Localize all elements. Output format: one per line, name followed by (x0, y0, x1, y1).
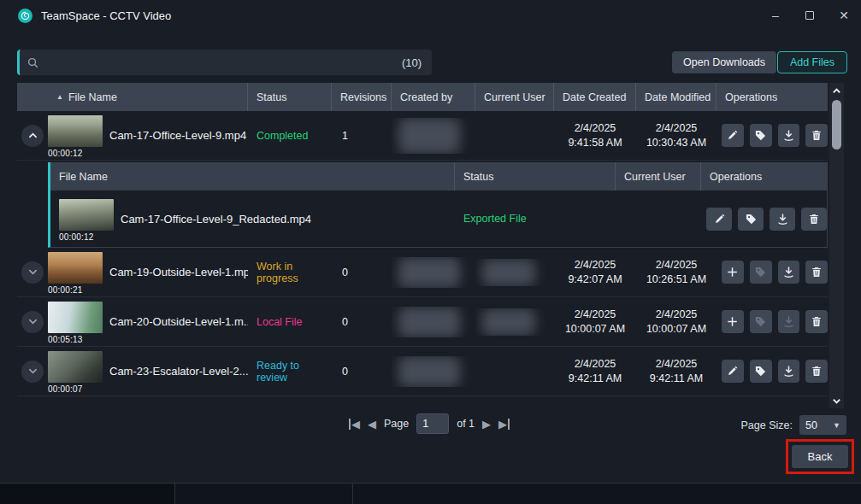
date-created: 2/4/20259:41:58 AM (554, 121, 636, 150)
date-modified: 2/4/202510:26:51 AM (636, 258, 717, 287)
status-badge: Ready to review (248, 360, 332, 384)
header-created-by[interactable]: Created by (392, 83, 475, 111)
header-date-modified[interactable]: Date Modified (636, 83, 717, 111)
tag-button-disabled (750, 310, 772, 333)
subtable-row: 00:00:12 Cam-17-Office-Level-9_Redacted.… (50, 190, 827, 247)
date-created: 2/4/202510:00:07 AM (554, 308, 636, 337)
page-size-select[interactable]: 50 ▼ (799, 415, 846, 435)
scroll-up-icon[interactable] (829, 83, 844, 98)
page-label: Page (384, 418, 409, 430)
download-button-disabled (778, 310, 800, 333)
sub-header-status: Status (455, 162, 616, 190)
video-thumbnail[interactable] (48, 115, 103, 147)
header-date-created[interactable]: Date Created (554, 83, 636, 111)
add-revision-button[interactable] (722, 261, 744, 284)
first-page-icon[interactable]: ◀ (349, 419, 360, 430)
next-page-icon[interactable]: ▶ (482, 419, 491, 430)
result-count: (10) (402, 56, 422, 69)
search-input[interactable]: (10) (17, 50, 432, 75)
back-button[interactable]: Back (792, 445, 848, 468)
download-button[interactable] (778, 261, 800, 284)
back-button-highlight: Back (786, 439, 854, 474)
page-of-label: of 1 (457, 418, 475, 430)
sort-asc-icon: ▲ (56, 93, 63, 101)
table-row: 00:00:21 Cam-19-Outside-Level-1.mp4 Work… (17, 248, 828, 297)
header-status[interactable]: Status (248, 83, 332, 111)
revisions-count: 0 (332, 366, 392, 378)
maximize-icon (805, 11, 814, 20)
created-by-redacted (398, 307, 460, 337)
delete-button[interactable] (805, 360, 828, 383)
delete-button[interactable] (801, 208, 827, 231)
page-size-label: Page Size: (741, 419, 793, 431)
table-header: ▲File Name Status Revisions Created by C… (17, 83, 828, 111)
video-duration: 00:05:13 (48, 335, 103, 344)
minimize-button[interactable]: – (758, 0, 793, 31)
delete-button[interactable] (805, 310, 828, 333)
tag-button[interactable] (738, 208, 764, 231)
video-duration: 00:00:21 (48, 285, 103, 295)
close-button[interactable]: ✕ (827, 0, 861, 31)
current-user-redacted (482, 259, 535, 286)
file-table: ▲File Name Status Revisions Created by C… (17, 83, 828, 396)
collapse-row-button[interactable] (21, 125, 44, 147)
scrollbar-thumb[interactable] (832, 100, 841, 149)
search-icon (27, 56, 39, 69)
window-title: TeamSpace - CCTV Video (41, 9, 171, 22)
pagination: ◀ ◀ Page of 1 ▶ ▶ (349, 413, 510, 434)
video-thumbnail[interactable] (48, 351, 103, 383)
page-number-input[interactable] (416, 413, 449, 434)
revisions-count: 1 (332, 130, 392, 142)
expand-row-button[interactable] (21, 311, 44, 333)
header-expand-col (17, 83, 48, 111)
revisions-count: 0 (332, 267, 392, 278)
header-current-user[interactable]: Current User (475, 83, 554, 111)
revisions-count: 0 (332, 316, 392, 328)
file-name: Cam-17-Office-Level-9_Redacted.mp4 (121, 213, 311, 226)
last-page-icon[interactable]: ▶ (498, 419, 510, 430)
created-by-redacted (398, 118, 460, 154)
revision-subtable: File Name Status Current User Operations… (48, 162, 828, 248)
created-by-redacted (398, 356, 460, 387)
file-name: Cam-20-Outside-Level-1.m... (109, 315, 248, 328)
open-downloads-button[interactable]: Open Downloads (672, 51, 776, 73)
tag-button-disabled (750, 261, 772, 284)
table-row: 00:05:13 Cam-20-Outside-Level-1.m... Loc… (17, 297, 828, 347)
header-file-name[interactable]: ▲File Name (48, 83, 248, 111)
page-size-control: Page Size: 50 ▼ (741, 415, 846, 435)
add-revision-button[interactable] (722, 310, 744, 333)
status-badge: Completed (248, 130, 332, 142)
prev-page-icon[interactable]: ◀ (368, 419, 376, 430)
download-button[interactable] (770, 208, 795, 231)
download-button[interactable] (778, 360, 800, 383)
add-files-button[interactable]: Add Files (777, 51, 847, 73)
tag-button[interactable] (750, 360, 772, 383)
video-thumbnail[interactable] (48, 252, 103, 284)
app-logo-icon (18, 9, 32, 23)
maximize-button[interactable] (793, 0, 827, 31)
file-name: Cam-23-Escalator-Level-2.... (109, 365, 248, 378)
sub-header-file-name: File Name (50, 162, 455, 190)
expand-row-button[interactable] (21, 360, 44, 383)
video-duration: 00:00:12 (48, 149, 103, 158)
header-revisions[interactable]: Revisions (332, 83, 392, 111)
table-scrollbar[interactable] (829, 83, 844, 408)
download-button[interactable] (778, 124, 800, 147)
edit-button[interactable] (706, 208, 732, 231)
tag-button[interactable] (750, 124, 772, 147)
delete-button[interactable] (805, 124, 828, 147)
edit-button[interactable] (722, 360, 744, 383)
background-window-segment (0, 483, 175, 504)
current-user-redacted (482, 308, 535, 336)
table-row: 00:00:07 Cam-23-Escalator-Level-2.... Re… (17, 347, 828, 396)
edit-button[interactable] (722, 124, 744, 147)
scroll-down-icon[interactable] (829, 393, 844, 408)
delete-button[interactable] (805, 261, 828, 284)
app-window: TeamSpace - CCTV Video – ✕ (10) Open Dow… (0, 0, 861, 483)
status-badge: Work in progress (248, 261, 332, 284)
expand-row-button[interactable] (21, 261, 44, 284)
date-created: 2/4/20259:42:11 AM (554, 357, 636, 386)
video-thumbnail[interactable] (48, 302, 103, 333)
video-thumbnail[interactable] (59, 199, 114, 231)
title-bar: TeamSpace - CCTV Video – ✕ (0, 0, 861, 31)
